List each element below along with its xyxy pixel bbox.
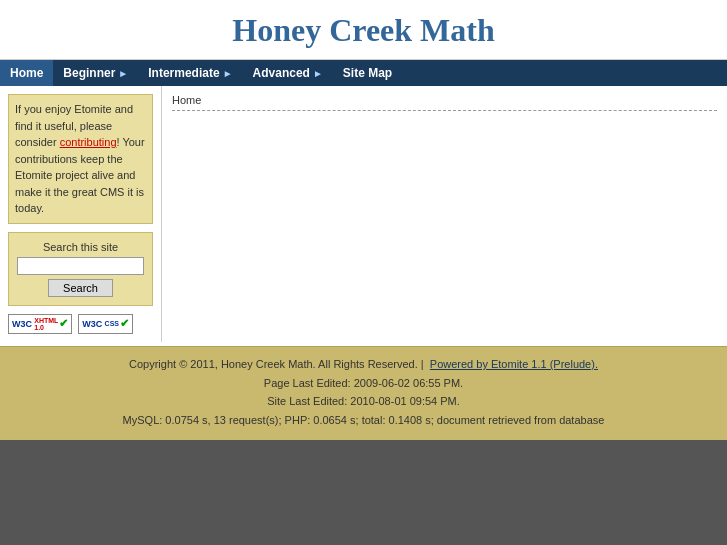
breadcrumb-home: Home	[172, 94, 201, 106]
nav-item-home[interactable]: Home	[0, 60, 53, 86]
sidebar-badges: W3C XHTML1.0 ✔ W3C CSS ✔	[8, 314, 153, 334]
navbar: Home Beginner ► Intermediate ► Advanced …	[0, 60, 727, 86]
powered-by-link[interactable]: Powered by Etomite 1.1 (Prelude).	[430, 358, 598, 370]
footer-page-edited: Page Last Edited: 2009-06-02 06:55 PM.	[0, 374, 727, 393]
search-input[interactable]	[17, 257, 144, 275]
sidebar: If you enjoy Etomite and find it useful,…	[0, 86, 162, 342]
nav-label-sitemap: Site Map	[343, 66, 392, 80]
chevron-right-icon: ►	[223, 68, 233, 79]
search-button[interactable]: Search	[48, 279, 113, 297]
nav-item-sitemap[interactable]: Site Map	[333, 60, 402, 86]
nav-label-intermediate: Intermediate	[148, 66, 219, 80]
nav-item-beginner[interactable]: Beginner ►	[53, 60, 138, 86]
nav-label-home: Home	[10, 66, 43, 80]
content-area: If you enjoy Etomite and find it useful,…	[0, 86, 727, 346]
chevron-right-icon: ►	[118, 68, 128, 79]
site-title: Honey Creek Math	[0, 12, 727, 49]
nav-label-advanced: Advanced	[253, 66, 310, 80]
search-label: Search this site	[17, 241, 144, 253]
sidebar-search: Search this site Search	[8, 232, 153, 306]
page-wrapper: Honey Creek Math Home Beginner ► Interme…	[0, 0, 727, 440]
nav-item-advanced[interactable]: Advanced ►	[243, 60, 333, 86]
nav-label-beginner: Beginner	[63, 66, 115, 80]
footer-mysql-info: MySQL: 0.0754 s, 13 request(s); PHP: 0.0…	[0, 411, 727, 430]
xhtml-badge: W3C XHTML1.0 ✔	[8, 314, 72, 334]
footer-copyright-text: Copyright © 2011, Honey Creek Math. All …	[129, 358, 424, 370]
header: Honey Creek Math	[0, 0, 727, 60]
sidebar-notice: If you enjoy Etomite and find it useful,…	[8, 94, 153, 224]
main-content: Home	[162, 86, 727, 326]
footer: Copyright © 2011, Honey Creek Math. All …	[0, 346, 727, 440]
footer-copyright-line: Copyright © 2011, Honey Creek Math. All …	[0, 355, 727, 374]
footer-site-edited: Site Last Edited: 2010-08-01 09:54 PM.	[0, 392, 727, 411]
contributing-link[interactable]: contributing	[60, 136, 117, 148]
nav-item-intermediate[interactable]: Intermediate ►	[138, 60, 242, 86]
breadcrumb: Home	[172, 94, 717, 111]
chevron-right-icon: ►	[313, 68, 323, 79]
css-badge: W3C CSS ✔	[78, 314, 133, 334]
